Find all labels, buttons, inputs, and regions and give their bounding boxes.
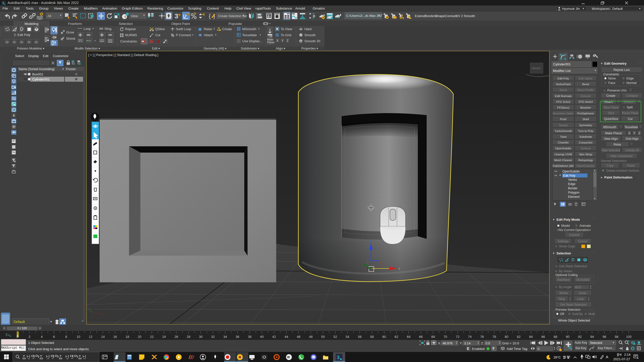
svg-text:94: 94 bbox=[590, 335, 594, 339]
svg-text:48: 48 bbox=[309, 335, 312, 339]
svg-text:84: 84 bbox=[529, 335, 533, 339]
svg-text:52: 52 bbox=[333, 335, 337, 339]
svg-text:70: 70 bbox=[444, 335, 447, 339]
svg-text:50: 50 bbox=[321, 335, 325, 339]
svg-text:62: 62 bbox=[395, 335, 398, 339]
svg-text:60: 60 bbox=[382, 335, 386, 339]
svg-text:26: 26 bbox=[174, 335, 178, 339]
svg-text:6: 6 bbox=[53, 335, 55, 339]
svg-text:98: 98 bbox=[615, 335, 618, 339]
svg-text:y: y bbox=[89, 307, 90, 310]
svg-text:56: 56 bbox=[358, 335, 361, 339]
svg-text:z: z bbox=[93, 302, 94, 305]
svg-text:x: x bbox=[103, 313, 104, 316]
svg-text:y: y bbox=[367, 261, 368, 264]
svg-text:28: 28 bbox=[187, 335, 190, 339]
svg-text:z: z bbox=[370, 239, 372, 242]
svg-text:82: 82 bbox=[517, 335, 520, 339]
svg-text:8: 8 bbox=[65, 335, 67, 339]
svg-text:78: 78 bbox=[493, 335, 496, 339]
svg-text:88: 88 bbox=[554, 335, 557, 339]
svg-text:54: 54 bbox=[346, 335, 349, 339]
svg-text:66: 66 bbox=[419, 335, 423, 339]
svg-text:46: 46 bbox=[297, 335, 300, 339]
svg-text:W: W bbox=[287, 355, 290, 359]
svg-text:18: 18 bbox=[126, 335, 129, 339]
svg-text:12: 12 bbox=[89, 335, 92, 339]
svg-text:80: 80 bbox=[505, 335, 508, 339]
svg-text:10: 10 bbox=[76, 335, 80, 339]
svg-text:40: 40 bbox=[260, 335, 264, 339]
svg-text:68: 68 bbox=[431, 335, 435, 339]
svg-text:90: 90 bbox=[566, 335, 569, 339]
svg-text:100: 100 bbox=[626, 335, 632, 339]
svg-text:3: 3 bbox=[2, 1, 4, 5]
svg-text:96: 96 bbox=[602, 335, 606, 339]
svg-text:44: 44 bbox=[285, 335, 288, 339]
svg-text:24: 24 bbox=[162, 335, 166, 339]
svg-text:2: 2 bbox=[29, 335, 30, 339]
svg-text:30: 30 bbox=[199, 335, 203, 339]
svg-text:{: { bbox=[209, 13, 211, 19]
svg-text:4: 4 bbox=[41, 335, 43, 339]
svg-text:76: 76 bbox=[480, 335, 484, 339]
svg-text:74: 74 bbox=[468, 335, 471, 339]
svg-text:58: 58 bbox=[370, 335, 374, 339]
svg-text:3: 3 bbox=[175, 12, 178, 20]
svg-text:20: 20 bbox=[138, 335, 141, 339]
svg-text:32: 32 bbox=[211, 335, 215, 339]
svg-text:3: 3 bbox=[337, 355, 340, 360]
svg-text:34: 34 bbox=[223, 335, 227, 339]
svg-text:64: 64 bbox=[407, 335, 410, 339]
svg-text:16: 16 bbox=[113, 335, 117, 339]
svg-text:38: 38 bbox=[248, 335, 251, 339]
svg-text:72: 72 bbox=[456, 335, 459, 339]
svg-text:14: 14 bbox=[101, 335, 105, 339]
svg-text:x: x bbox=[399, 267, 400, 270]
svg-text:92: 92 bbox=[578, 335, 582, 339]
svg-text:42: 42 bbox=[272, 335, 276, 339]
svg-text:30: 30 bbox=[300, 40, 302, 42]
svg-text:86: 86 bbox=[541, 335, 545, 339]
svg-text:FRONT: FRONT bbox=[532, 67, 541, 70]
svg-text:36: 36 bbox=[236, 335, 239, 339]
svg-text:22: 22 bbox=[150, 335, 153, 339]
